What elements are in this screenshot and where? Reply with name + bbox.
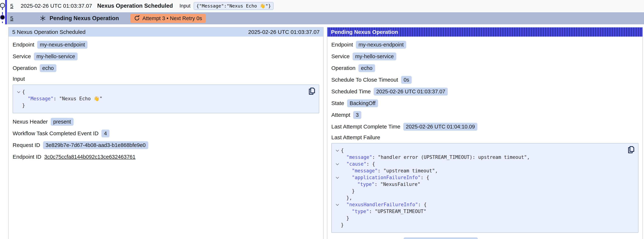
code-line: "applicationFailureInfo": {	[334, 174, 634, 181]
field-endpoint-id: Endpoint ID 3c0c75ccfa8144b092c13ce63246…	[13, 153, 319, 161]
code-line: {	[334, 147, 634, 154]
field-attempt: Attempt 3	[331, 111, 638, 119]
collapse-chevron-icon[interactable]	[336, 162, 339, 165]
code-line: }	[15, 102, 314, 109]
input-preview-label: Input	[180, 3, 190, 9]
code-line: "type": "NexusFailure"	[334, 181, 634, 188]
field-next-attempt-schedule-time: Next Attempt Schedule Time 2025-02-26 UT…	[331, 237, 638, 239]
field-value-badge: my-hello-service	[34, 52, 78, 60]
field-operation: Operation echo	[13, 64, 319, 72]
pending-title: Pending Nexus Operation	[50, 15, 119, 22]
input-code-block: {"Message": "Nexus Echo 👋"}	[13, 84, 319, 113]
field-state: State BackingOff	[331, 99, 638, 107]
failure-code-block: {"message": "handler error (UPSTREAM_TIM…	[331, 143, 638, 233]
field-scheduled-time: Scheduled Time 2025-02-26 UTC 01:03:37.0…	[331, 88, 638, 96]
field-label: Operation	[331, 65, 356, 71]
field-label: Service	[331, 53, 350, 60]
field-label: Endpoint	[13, 42, 34, 48]
event-row-pending[interactable]: 5 Pending Nexus Operation Attempt 3 • Ne…	[7, 12, 644, 24]
field-value-badge: 2025-02-26 UTC 01:04:13.93	[404, 237, 478, 239]
copy-icon[interactable]	[627, 146, 635, 154]
field-label: Workflow Task Completed Event ID	[13, 130, 98, 136]
collapse-chevron-icon[interactable]	[336, 148, 339, 152]
code-line: "Message": "Nexus Echo 👋"	[15, 95, 314, 102]
field-label: Service	[13, 53, 31, 60]
event-timestamp: 2025-02-26 UTC 01:03:37.07	[21, 3, 92, 9]
field-request-id: Request ID 3e829b7e-7d67-4b08-aad3-b1e86…	[13, 141, 319, 149]
endpoint-id-link[interactable]: 3c0c75ccfa8144b092c13ce632463761	[44, 154, 136, 160]
field-label: Next Attempt Schedule Time	[331, 238, 401, 239]
code-line: "type": "UPSTREAM_TIMEOUT"	[334, 208, 634, 215]
field-last-attempt-complete-time: Last Attempt Complete Time 2025-02-26 UT…	[331, 122, 638, 131]
code-line: {	[15, 88, 314, 95]
field-value-badge: 3	[353, 111, 361, 119]
code-line: },	[334, 194, 634, 201]
timeline-selected-marker-icon[interactable]	[0, 15, 5, 20]
field-label: Nexus Header	[13, 118, 48, 125]
field-label: Endpoint	[331, 42, 353, 48]
field-label: Scheduled Time	[331, 88, 371, 94]
code-line: }	[334, 222, 634, 228]
event-row-scheduled[interactable]: 5 2025-02-26 UTC 01:03:37.07 Nexus Opera…	[7, 0, 644, 12]
collapse-chevron-icon[interactable]	[336, 203, 339, 206]
field-value-badge: my-nexus-endpoint	[37, 41, 88, 49]
pending-operation-panel: Pending Nexus Operation Endpoint my-nexu…	[327, 27, 643, 239]
field-service: Service my-hello-service	[331, 52, 638, 60]
scheduled-panel-title: 5 Nexus Operation Scheduled	[12, 29, 86, 35]
collapse-chevron-icon[interactable]	[17, 90, 20, 93]
field-label: Attempt	[331, 112, 350, 118]
field-workflow-task-completed-event-id: Workflow Task Completed Event ID 4	[13, 130, 319, 138]
field-label: Endpoint ID	[13, 154, 41, 160]
field-value-badge: echo	[40, 64, 56, 72]
event-type-title: Nexus Operation Scheduled	[97, 2, 173, 9]
field-endpoint: Endpoint my-nexus-endpoint	[13, 41, 319, 49]
code-line: }	[334, 188, 634, 194]
input-section-label: Input	[13, 76, 319, 82]
field-operation: Operation echo	[331, 64, 638, 72]
code-line: "cause": {	[334, 161, 634, 168]
field-schedule-to-close-timeout: Schedule To Close Timeout 0s	[331, 76, 638, 84]
field-value-badge: 4	[102, 130, 110, 138]
event-id-link[interactable]: 5	[10, 3, 13, 9]
field-value-badge: present	[51, 118, 74, 126]
code-line: "nexusHandlerFailureInfo": {	[334, 201, 634, 208]
field-label: Schedule To Close Timeout	[331, 77, 398, 83]
field-value-badge: my-nexus-endpoint	[356, 41, 406, 49]
field-label: Request ID	[13, 142, 40, 148]
pending-panel-header: Pending Nexus Operation	[327, 28, 642, 36]
last-attempt-failure-label: Last Attempt Failure	[331, 134, 638, 140]
field-nexus-header: Nexus Header present	[13, 118, 319, 126]
workflow-event-view: 5 2025-02-26 UTC 01:03:37.07 Nexus Opera…	[0, 0, 644, 239]
copy-icon[interactable]	[308, 87, 316, 96]
field-value-badge: echo	[358, 64, 375, 72]
field-service: Service my-hello-service	[13, 52, 319, 60]
code-line: }	[334, 215, 634, 222]
field-label: State	[331, 100, 344, 106]
pending-panel-title: Pending Nexus Operation	[331, 29, 398, 35]
timeline-event-marker-icon[interactable]	[0, 3, 5, 8]
field-value-badge: 0s	[401, 76, 412, 84]
collapse-chevron-icon[interactable]	[336, 176, 339, 179]
pending-asterisk-icon	[40, 15, 46, 22]
scheduled-panel-header: 5 Nexus Operation Scheduled 2025-02-26 U…	[8, 28, 323, 36]
field-value-badge: 2025-02-26 UTC 01:03:37.07	[374, 88, 448, 96]
code-line: "message": "upstream timeout",	[334, 168, 634, 174]
event-id-link[interactable]: 5	[10, 15, 13, 22]
state-badge: BackingOff	[347, 99, 378, 107]
field-value-badge: my-hello-service	[352, 52, 396, 60]
field-value-badge: 2025-02-26 UTC 01:04:10.09	[403, 123, 478, 131]
field-endpoint: Endpoint my-nexus-endpoint	[331, 41, 638, 49]
input-preview-badge[interactable]: {"Message":"Nexus Echo 👋"}	[194, 2, 273, 10]
scheduled-event-panel: 5 Nexus Operation Scheduled 2025-02-26 U…	[8, 27, 324, 239]
field-label: Operation	[13, 65, 37, 71]
code-line: "message": "handler error (UPSTREAM_TIME…	[334, 154, 634, 161]
retry-status-badge: Attempt 3 • Next Retry 0s	[130, 14, 206, 23]
field-label: Last Attempt Complete Time	[331, 124, 400, 130]
scheduled-panel-time: 2025-02-26 UTC 01:03:37.07	[248, 29, 320, 35]
retry-icon	[134, 15, 140, 21]
selected-event-accent-bar	[5, 0, 7, 24]
retry-badge-label: Attempt 3 • Next Retry 0s	[142, 15, 202, 22]
field-value-badge: 3e829b7e-7d67-4b08-aad3-b1e868bfe9e0	[43, 141, 148, 149]
